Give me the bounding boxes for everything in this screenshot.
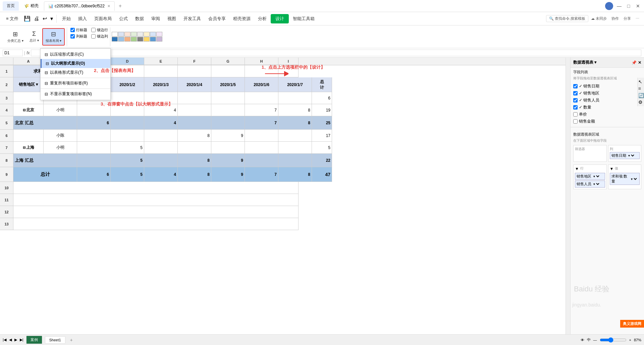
cell-d6[interactable] [111, 130, 144, 142]
field-cb-salesperson[interactable] [573, 98, 578, 102]
row-header-3[interactable]: 3 [0, 92, 13, 104]
field-cb-quantity[interactable] [573, 105, 578, 110]
menu-daoke-res[interactable]: 稻壳资源 [230, 14, 254, 23]
new-tab-btn[interactable]: + [116, 2, 124, 10]
field-price[interactable]: 单价 [573, 111, 641, 118]
cell-b6[interactable]: 小陈 [44, 130, 77, 142]
cell-d7[interactable]: 5 [111, 142, 144, 154]
search-cmd[interactable]: 🔍 查找命令,搜索模板 [546, 15, 588, 22]
share-btn[interactable]: 分享 [622, 15, 633, 22]
cell-h6[interactable] [245, 130, 278, 142]
sheet-tab-sheet1[interactable]: Sheet1 [45, 336, 65, 344]
sync-status[interactable]: ☁ 未同步 [589, 15, 609, 22]
row-tag-person-select[interactable]: ▾ [592, 182, 600, 186]
swatch-8[interactable] [156, 32, 162, 37]
value-area[interactable]: ▼ 值 求和项:数量 ▾ [608, 164, 642, 189]
cell-e3[interactable] [144, 92, 178, 104]
cell-h4[interactable]: 7 [245, 104, 278, 116]
total-btn[interactable]: Σ 总计 ▾ [27, 28, 42, 46]
cell-i5[interactable]: 8 [278, 116, 312, 130]
row-header-check[interactable]: 行标题 [70, 27, 87, 32]
view-mode[interactable]: 中 [587, 337, 591, 342]
formula-input[interactable] [31, 50, 641, 56]
dropdown-compact[interactable]: ⊟ 以压缩形式显示(C) [41, 50, 110, 59]
cell-a13[interactable] [13, 218, 299, 230]
field-quantity[interactable]: ✓ 数量 [573, 104, 641, 111]
toolbar-undo[interactable]: ↩ [41, 15, 48, 22]
cell-j2[interactable]: 总计 [312, 77, 332, 92]
banded-row-check[interactable]: 镶边行 [91, 27, 108, 32]
cell-h2[interactable]: 2020/1/6 [245, 77, 278, 92]
cell-c5[interactable]: 6 [77, 116, 111, 130]
sheet-tab-case[interactable]: 案例 [26, 336, 42, 344]
cell-j8[interactable]: 22 [312, 154, 332, 167]
cell-g8[interactable]: 9 [211, 154, 245, 167]
row-tag-region-select[interactable]: ▾ [592, 174, 600, 179]
menu-start[interactable]: 开始 [59, 14, 74, 23]
row-area[interactable]: ▼ 行 销售地区 ▾ 销售人员 ▾ [573, 164, 607, 189]
cell-e1[interactable] [111, 65, 144, 77]
close-btn[interactable]: ✕ [635, 3, 641, 9]
swatch-14[interactable] [144, 37, 150, 42]
swatch-15[interactable] [150, 37, 156, 42]
tab-file[interactable]: 📊 c2053f6b707...0dbee9cf522 ✕ [44, 1, 115, 11]
cell-e6[interactable] [144, 130, 178, 142]
cell-c8[interactable] [77, 154, 111, 167]
cell-j9[interactable]: 47 [312, 167, 332, 182]
swatch-5[interactable] [137, 32, 143, 37]
cell-b7[interactable]: 小明 [44, 142, 77, 154]
cell-a3[interactable] [13, 92, 44, 104]
menu-formula[interactable]: 公式 [116, 14, 131, 23]
cell-i2[interactable]: 2020/1/7 [278, 77, 312, 92]
row-header-8[interactable]: 8 [0, 154, 13, 167]
swatch-7[interactable] [150, 32, 156, 37]
cell-a9[interactable]: 总计 [13, 167, 77, 182]
swatch-10[interactable] [118, 37, 124, 42]
filter-area[interactable]: 筛选器 [573, 145, 607, 162]
cell-g5[interactable] [211, 116, 245, 130]
cell-g1[interactable] [178, 65, 211, 77]
row-header-2[interactable]: 2 [0, 77, 13, 92]
cell-f1[interactable] [144, 65, 178, 77]
panel-close-icon[interactable]: ✕ [638, 60, 641, 65]
add-sheet-btn[interactable]: + [68, 337, 75, 343]
cell-d2[interactable]: 2020/1/2 [111, 77, 144, 92]
zoom-out[interactable]: — [593, 338, 597, 342]
cell-c9[interactable]: 6 [77, 167, 111, 182]
menu-view[interactable]: 视图 [164, 14, 179, 23]
swatch-12[interactable] [131, 37, 137, 42]
cell-f2[interactable]: 2020/1/4 [178, 77, 211, 92]
cell-g4[interactable] [211, 104, 245, 116]
name-box[interactable] [3, 50, 23, 56]
menu-smart[interactable]: 智能工具箱 [289, 14, 318, 23]
cell-i1[interactable] [245, 65, 278, 77]
cell-g9[interactable]: 9 [211, 167, 245, 182]
cell-e9[interactable]: 4 [144, 167, 178, 182]
field-cb-sales-amount[interactable] [573, 119, 578, 124]
banded-col-check[interactable]: 镶边列 [91, 34, 108, 39]
dropdown-norepeat[interactable]: ⊟ 不显示重复项目标签(N) [41, 89, 110, 98]
cell-j3[interactable]: 6 [312, 92, 332, 104]
menu-insert[interactable]: 插入 [75, 14, 90, 23]
cell-j6[interactable]: 17 [312, 130, 332, 142]
cell-j7[interactable]: 5 [312, 142, 332, 154]
nav-prev[interactable]: ◀ [9, 338, 12, 342]
swatch-13[interactable] [137, 37, 143, 42]
nav-next[interactable]: ▶ [14, 338, 17, 342]
col-tag-date-select[interactable]: ▾ [627, 153, 635, 158]
cell-h3[interactable] [245, 92, 278, 104]
cell-h1[interactable] [211, 65, 245, 77]
swatch-3[interactable] [124, 32, 130, 37]
cell-a8[interactable]: 上海 汇总 [13, 154, 77, 167]
cell-d8[interactable]: 5 [111, 154, 144, 167]
col-a[interactable]: A [13, 58, 44, 65]
cell-j1[interactable] [278, 65, 299, 77]
cell-g7[interactable] [211, 142, 245, 154]
zoom-slider[interactable] [600, 337, 627, 343]
cell-i6[interactable] [278, 130, 312, 142]
row-header-4[interactable]: 4 [0, 104, 13, 116]
cell-h8[interactable] [245, 154, 278, 167]
cell-j4[interactable]: 19 [312, 104, 332, 116]
cell-j5[interactable]: 25 [312, 116, 332, 130]
cell-g6[interactable]: 9 [211, 130, 245, 142]
